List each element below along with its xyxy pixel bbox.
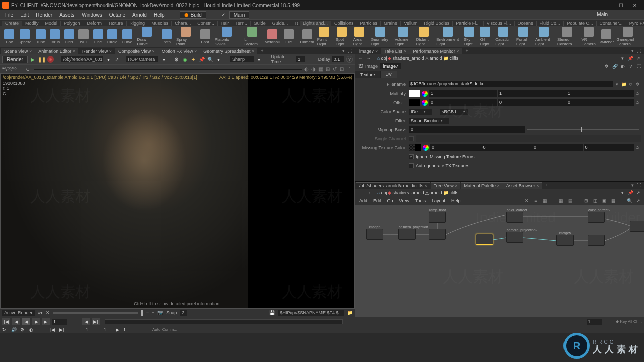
prev-frame-icon[interactable]: ◀ (12, 318, 20, 325)
shelf-tab[interactable]: Grains (381, 21, 401, 26)
link-icon[interactable]: 🔗 (612, 64, 618, 69)
menu-windows[interactable]: Windows (78, 11, 105, 19)
icon[interactable]: ≡ (532, 198, 539, 203)
shelf-tool[interactable]: Draw Curve (135, 27, 159, 46)
shelf-tab[interactable]: Rigid Bodies (421, 21, 453, 26)
breadcrumb-item[interactable]: △arnold (425, 56, 442, 61)
menu-octane[interactable]: Octane (106, 11, 128, 19)
gear-icon[interactable]: ✲ (635, 145, 641, 150)
add-pane-tab[interactable]: + (543, 183, 551, 188)
jump-icon[interactable]: ↗ (114, 56, 120, 63)
shelf-tool[interactable]: Stereo Camera (555, 27, 579, 46)
shelf-tool[interactable]: Volume Light (392, 27, 414, 46)
net-menu-view[interactable]: View (397, 198, 411, 204)
close-button[interactable]: ✕ (628, 1, 642, 10)
shelf-tool[interactable]: Environment Light (434, 27, 461, 46)
missing-g[interactable]: 0 (481, 144, 532, 151)
shelf-tool[interactable]: Caustic Light (493, 27, 514, 46)
pane-tab[interactable]: Scene View (1, 48, 35, 54)
camera-field[interactable]: ROP Camera (126, 56, 158, 62)
shelf-tool[interactable]: Null (76, 29, 91, 44)
shelf-tab[interactable]: Create (2, 21, 22, 26)
range-end2[interactable]: 1 (123, 327, 133, 332)
mipmap-field[interactable]: 0 (409, 126, 525, 133)
shelf-tab[interactable]: Collisions (331, 21, 357, 26)
icon[interactable]: ▦ (318, 66, 325, 72)
shelf-tab[interactable]: Populate C... (564, 21, 597, 26)
icon[interactable]: ▣ (601, 198, 608, 203)
colorspace-1[interactable]: IDe... (409, 109, 432, 115)
offset-r[interactable]: 0 (429, 99, 497, 106)
forward-icon[interactable]: → (365, 190, 372, 195)
color-swatch[interactable] (409, 90, 420, 97)
help-icon[interactable]: ? (346, 56, 353, 63)
multiply-b[interactable]: 1 (566, 90, 634, 97)
icon[interactable]: ⋮ (347, 66, 353, 72)
node[interactable] (429, 229, 446, 240)
reload-icon[interactable]: ↻ (628, 82, 634, 87)
search-icon[interactable]: 🔍 (626, 198, 633, 203)
pane-tab[interactable]: Material Palette (461, 182, 502, 189)
icon[interactable]: ▦ (557, 198, 565, 203)
play-backward-icon[interactable]: ◀ (22, 318, 30, 325)
first-frame-icon[interactable]: |◀ (2, 318, 10, 325)
single-channel-checkbox[interactable] (409, 136, 414, 141)
pane-tab[interactable]: Tree View (431, 182, 461, 189)
shelf-tool[interactable]: Metaball (263, 29, 282, 44)
shelf-tab[interactable]: Particles (357, 21, 381, 26)
menu-help[interactable]: Help (151, 11, 168, 19)
stop-icon[interactable]: ⊘ (47, 56, 54, 63)
update-value[interactable]: 1 (296, 56, 305, 62)
filter-field[interactable]: Smart Bicubic (409, 118, 449, 124)
color-wheel-icon[interactable] (422, 90, 428, 97)
shelf-tool[interactable]: Platonic Solids (212, 27, 242, 46)
shelf-tab[interactable]: Guide... (269, 21, 292, 26)
minimize-button[interactable]: — (600, 1, 614, 10)
icon[interactable]: ◑ (311, 66, 317, 72)
chooser-icon[interactable]: ▾ (215, 56, 222, 63)
node[interactable]: color_correct (506, 212, 523, 223)
shelf-tool[interactable]: Path (159, 29, 174, 44)
chooser-icon[interactable]: ▾ (105, 56, 112, 63)
maximize-pane-icon[interactable]: ⛶ (346, 48, 354, 53)
net-menu-add[interactable]: Add (357, 198, 369, 204)
breadcrumb-item[interactable]: 📁cliffs (443, 190, 459, 195)
pane-menu-icon[interactable]: ▾ (341, 48, 346, 53)
icon[interactable]: ↺ (333, 66, 339, 72)
shelf-tool[interactable]: Camera (300, 29, 315, 44)
help-icon[interactable]: ? (628, 64, 634, 69)
autotx-checkbox[interactable] (409, 163, 414, 168)
shelf-tab[interactable]: Viscous Fl... (484, 21, 515, 26)
node[interactable] (630, 221, 644, 232)
colorspace-2[interactable]: sRGB L... (440, 109, 468, 115)
parm-tab-texture[interactable]: Texture (355, 71, 381, 78)
shelf-tab[interactable]: Lights and... (300, 21, 331, 26)
breadcrumb-item[interactable]: 📁cliffs (443, 56, 459, 61)
shelf-tab[interactable]: Muscles (148, 21, 172, 26)
node[interactable]: image6 (366, 229, 383, 240)
icon[interactable]: ⊡ (340, 66, 346, 72)
render-button[interactable]: Render (2, 56, 28, 63)
camera-icon[interactable]: 📷 (157, 310, 163, 315)
color-wheel-icon[interactable] (422, 100, 428, 106)
snap-value[interactable]: 2 (180, 310, 187, 316)
node-selected[interactable] (476, 234, 493, 245)
pane-tab[interactable]: Composite View (115, 48, 158, 54)
prev-key-icon[interactable]: |◀ (82, 318, 90, 325)
zoom-icon[interactable]: 🔍 (207, 56, 213, 63)
gear-icon[interactable]: ✲ (604, 64, 610, 69)
shelf-tool[interactable]: Geometry Light (368, 27, 392, 46)
pin-icon[interactable]: 📌 (198, 56, 205, 63)
shelf-tool[interactable]: L-System (242, 27, 262, 46)
active-render-label[interactable]: Active Render (2, 310, 35, 316)
node[interactable]: camera_projection (398, 229, 416, 240)
shelf-tab[interactable]: Rigging (127, 21, 149, 26)
net-menu-help[interactable]: Help (449, 198, 463, 204)
shelf-tab[interactable]: Chara... (172, 21, 194, 26)
shelf-tab[interactable]: Container... (597, 21, 626, 26)
next-key-icon[interactable]: ▶| (92, 318, 100, 325)
shelf-tool[interactable]: Font (198, 29, 212, 44)
icon[interactable]: ▦ (610, 198, 617, 203)
mipmap-slider[interactable] (527, 129, 639, 130)
shelf-tool[interactable]: Box (2, 29, 17, 44)
